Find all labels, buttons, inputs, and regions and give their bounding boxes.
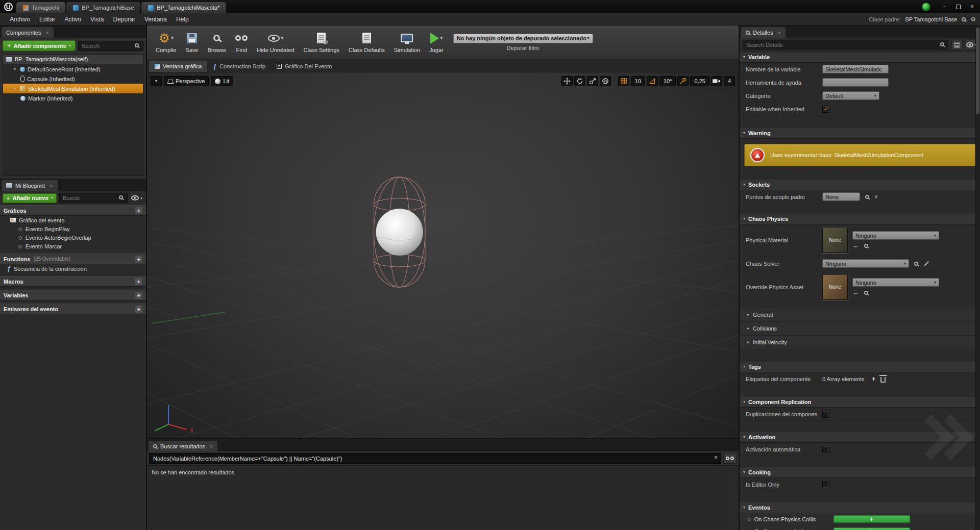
add-event-button[interactable]: + (834, 527, 910, 530)
hide-unrelated-button[interactable]: ▾ Hide Unrelated (252, 26, 299, 59)
add-macro-button[interactable]: + (135, 278, 142, 285)
add-graph-button[interactable]: + (135, 207, 142, 214)
section-tags[interactable]: ▾ Tags (740, 362, 980, 372)
physical-material-thumbnail[interactable]: None (822, 228, 848, 253)
tree-row-capsule[interactable]: Capsule (Inherited) (3, 74, 143, 84)
section-variables[interactable]: Variables + (0, 290, 146, 300)
subcategory-general[interactable]: ▸ General (740, 308, 980, 322)
add-new-button[interactable]: + Añadir nuevo ▾ (3, 193, 57, 203)
viewport-options-button[interactable]: ▾ (151, 76, 162, 86)
item-event-graph[interactable]: Gráfico del evento (0, 216, 146, 224)
close-tab-icon[interactable]: × (50, 183, 53, 189)
item-evento-actorbeginoverlap[interactable]: ◇ Evento ActorBeginOverlap (0, 233, 146, 242)
editable-checkbox[interactable]: ✓ (822, 106, 829, 113)
class-settings-button[interactable]: ⚙ Class Settings (299, 26, 344, 59)
section-eventos[interactable]: ▾ Eventos (740, 502, 980, 513)
section-chaos-physics[interactable]: ▾ Chaos Physics (740, 214, 980, 224)
scrollbar-thumb[interactable] (976, 28, 979, 114)
chevron-down-icon[interactable]: ▾ (281, 36, 283, 40)
app-tab-bp-tamagotchimascota[interactable]: BP_TamagotchiMascota* (141, 2, 226, 13)
use-selected-icon[interactable]: ← (852, 289, 859, 296)
add-variable-button[interactable]: + (135, 292, 142, 299)
menu-ventana[interactable]: Ventana (140, 13, 172, 25)
tree-row-marker[interactable]: Marker (Inherited) (3, 93, 143, 103)
gear-icon[interactable]: ⚙ (970, 16, 976, 22)
rotation-snap-toggle-button[interactable] (647, 76, 658, 86)
menu-archivo[interactable]: Archivo (5, 13, 35, 25)
expander-icon[interactable]: ▾ (12, 86, 17, 91)
restore-button[interactable] (951, 2, 965, 12)
tree-row-self[interactable]: BP_TamagotchiMascota(self) (3, 55, 143, 64)
lit-mode-button[interactable]: Lit (211, 76, 233, 86)
section-cooking[interactable]: ▾ Cooking (740, 467, 980, 478)
simulation-button[interactable]: Simulation (389, 26, 425, 59)
close-window-button[interactable]: × (965, 2, 979, 12)
compile-button[interactable]: ⚙▾ Compile (151, 26, 181, 59)
browse-button[interactable]: Browse (203, 26, 231, 59)
chaos-solver-dropdown[interactable]: Ninguno ▾ (822, 259, 909, 268)
parent-socket-value[interactable]: None (822, 192, 860, 201)
replicates-checkbox[interactable] (822, 411, 829, 418)
tab-buscar-resultados[interactable]: Buscar resultados × (149, 441, 217, 451)
menu-help[interactable]: Help (172, 13, 193, 25)
close-tab-icon[interactable]: × (778, 30, 781, 36)
menu-editar[interactable]: Editar (35, 13, 60, 25)
physical-material-dropdown[interactable]: Ninguno ▾ (852, 231, 939, 240)
section-graphs[interactable]: Gráficos + (0, 205, 146, 216)
scale-snap-toggle-button[interactable] (677, 76, 689, 86)
add-event-button[interactable]: + (834, 515, 910, 523)
visibility-filter-button[interactable]: ▾ (130, 195, 143, 200)
tree-row-defaultsceneroot[interactable]: ▾ DefaultSceneRoot (Inherited) (3, 64, 143, 74)
details-scrollbar[interactable] (975, 26, 980, 530)
close-tab-icon[interactable]: × (210, 443, 213, 449)
perspective-button[interactable]: Perspective (164, 76, 209, 86)
item-evento-marcar[interactable]: ◇ Evento Marcar (0, 242, 146, 250)
camera-speed-button[interactable] (711, 76, 722, 86)
rotation-snap-value-button[interactable]: 10° (659, 76, 676, 86)
my-blueprint-search-input[interactable] (59, 193, 128, 203)
section-macros[interactable]: Macros + (0, 276, 146, 287)
browse-asset-icon[interactable] (914, 262, 918, 266)
add-function-button[interactable]: + (135, 256, 142, 263)
add-component-button[interactable]: + Añadir componente ▾ (3, 40, 76, 51)
edit-asset-icon[interactable] (924, 261, 929, 266)
override-physics-asset-dropdown[interactable]: Ninguno ▾ (852, 278, 939, 287)
world-local-toggle-button[interactable] (600, 76, 611, 86)
expander-icon[interactable]: ▾ (12, 67, 17, 71)
section-variable[interactable]: ▾ Variable (740, 52, 980, 63)
tab-construction-script[interactable]: ƒ Construction Scrip (207, 61, 271, 72)
status-indicator-icon[interactable] (922, 3, 930, 11)
components-search-input[interactable] (78, 41, 143, 51)
class-defaults-button[interactable]: Class Defaults (344, 26, 389, 59)
grid-snap-value-button[interactable]: 10 (631, 76, 645, 86)
app-tab-bp-tamagotchibase[interactable]: BP_TamagotchiBase (66, 2, 140, 13)
find-in-blueprints-button[interactable] (723, 453, 737, 464)
browse-asset-icon[interactable] (864, 244, 868, 248)
chevron-down-icon[interactable]: ▾ (440, 36, 443, 40)
add-element-icon[interactable]: + (872, 375, 876, 382)
section-event-dispatchers[interactable]: Emisores del evento + (0, 304, 146, 314)
trash-icon[interactable] (880, 377, 886, 383)
variable-name-input[interactable] (822, 65, 889, 73)
minimize-button[interactable]: – (938, 2, 951, 12)
use-selected-icon[interactable]: ← (852, 242, 859, 249)
subcategory-initial-velocity[interactable]: ▸ Initial Velocity (740, 336, 980, 349)
tab-mi-blueprint[interactable]: Mi Blueprint × (2, 180, 58, 191)
close-tab-icon[interactable]: × (46, 30, 49, 36)
camera-speed-value-button[interactable]: 4 (724, 76, 735, 86)
rotate-tool-button[interactable] (574, 76, 585, 86)
section-activation[interactable]: ▾ Activation (740, 432, 980, 443)
tree-row-skeletalmeshsimulation[interactable]: ▾ SkeletalMeshSimulation (Inherited) (3, 84, 143, 93)
find-query-input[interactable] (149, 453, 721, 464)
section-functions[interactable]: Functions (25 Overridable) + (0, 254, 146, 264)
save-button[interactable]: Save (181, 26, 203, 59)
scale-tool-button[interactable] (587, 76, 598, 86)
tab-ventana-grafica[interactable]: Ventana gráfica (149, 61, 207, 72)
browse-asset-icon[interactable] (864, 291, 868, 295)
tab-detalles[interactable]: Detalles × (741, 27, 786, 38)
item-construction-script[interactable]: ƒ Secuencia de la construcción (0, 264, 146, 273)
category-dropdown[interactable]: Default ▾ (822, 91, 879, 100)
auto-activate-checkbox[interactable] (822, 446, 829, 453)
viewport-3d[interactable]: X ▾ Perspective Lit (147, 72, 739, 438)
tooltip-input[interactable] (822, 78, 889, 87)
